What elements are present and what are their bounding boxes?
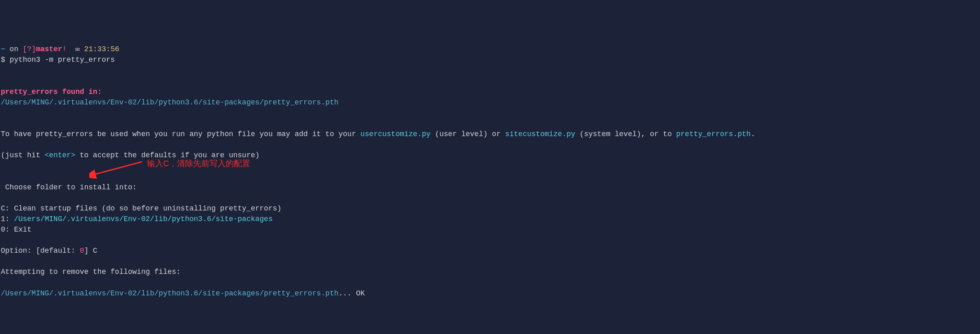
found-path: /Users/MING/.virtualenvs/Env-02/lib/pyth… bbox=[1, 98, 339, 106]
prompt-dollar: $ bbox=[1, 56, 5, 64]
remove-path: /Users/MING/.virtualenvs/Env-02/lib/pyth… bbox=[1, 289, 339, 297]
terminal-output[interactable]: ~ on [?]master! ✉ 21:33:56 $ python3 -m … bbox=[1, 44, 979, 298]
spacer bbox=[80, 45, 84, 53]
option-line-prefix: Option: [default: bbox=[1, 247, 80, 255]
instruction-suffix: . bbox=[751, 130, 755, 138]
prompt-time: 21:33:56 bbox=[84, 45, 119, 53]
branch-bang: ! bbox=[62, 45, 67, 53]
option-line-suffix: ] C bbox=[84, 247, 97, 255]
spacer bbox=[67, 45, 76, 53]
attempting-text: Attempting to remove the following files… bbox=[1, 268, 181, 276]
pth-file: pretty_errors.pth bbox=[676, 130, 751, 138]
usercustomize-file: usercustomize.py bbox=[360, 130, 431, 138]
found-header: pretty_errors found in: bbox=[1, 88, 101, 96]
spacer bbox=[5, 56, 10, 64]
option-0: 0: Exit bbox=[1, 226, 32, 234]
sitecustomize-file: sitecustomize.py bbox=[505, 130, 575, 138]
clock-icon: ✉ bbox=[76, 45, 80, 53]
command-text: python3 -m pretty_errors bbox=[10, 56, 115, 64]
prompt-on: on bbox=[5, 45, 23, 53]
branch-bracket: [?] bbox=[23, 45, 36, 53]
instruction-mid2: (system level), or to bbox=[575, 130, 676, 138]
enter-tag: <enter> bbox=[45, 151, 76, 159]
option-c: C: Clean startup files (do so before uni… bbox=[1, 204, 281, 213]
option-1-path: /Users/MING/.virtualenvs/Env-02/lib/pyth… bbox=[14, 215, 272, 223]
choose-prompt: Choose folder to install into: bbox=[1, 183, 137, 191]
annotation-text: 输入C，清除先前写入的配置 bbox=[147, 158, 250, 169]
prompt-tilde: ~ bbox=[1, 45, 5, 53]
instruction-prefix: To have pretty_errors be used when you r… bbox=[1, 130, 360, 138]
option-1-label: 1: bbox=[1, 215, 14, 223]
instruction-mid1: (user level) or bbox=[431, 130, 505, 138]
option-default: 0 bbox=[80, 247, 84, 255]
remove-dots: ... bbox=[339, 289, 356, 297]
hint-prefix: (just hit bbox=[1, 151, 45, 159]
remove-ok: OK bbox=[356, 289, 365, 297]
branch-name: master bbox=[36, 45, 62, 53]
